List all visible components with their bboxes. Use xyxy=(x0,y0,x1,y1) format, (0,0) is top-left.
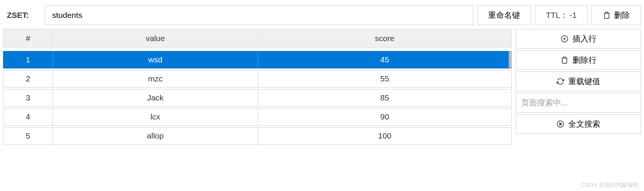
cell-score: 55 xyxy=(258,70,511,87)
cell-value: lcx xyxy=(53,108,258,125)
header-row: ZSET: 重命名键 TTL： -1 删除 xyxy=(3,3,641,27)
table-row[interactable]: 5allop100 xyxy=(3,127,512,145)
cell-score: 45 xyxy=(258,51,511,68)
delete-row-button[interactable]: 删除行 xyxy=(516,50,641,70)
table-row[interactable]: 4lcx90 xyxy=(3,108,512,126)
column-header-value[interactable]: value xyxy=(53,29,258,48)
trash-icon xyxy=(603,11,611,19)
page-search-input[interactable] xyxy=(516,93,641,113)
cell-value: wsd xyxy=(53,51,258,68)
fulltext-search-label: 全文搜索 xyxy=(568,119,600,129)
rename-label: 重命名键 xyxy=(488,10,520,21)
cell-score: 90 xyxy=(258,108,511,125)
trash-icon xyxy=(560,56,569,64)
delete-key-button[interactable]: 删除 xyxy=(592,5,641,25)
table-row[interactable]: 2mzc55 xyxy=(3,70,512,88)
cell-index: 1 xyxy=(3,51,53,68)
ttl-value: -1 xyxy=(569,11,577,20)
column-header-score[interactable]: score xyxy=(258,29,511,48)
table-row[interactable]: 3Jack85 xyxy=(3,89,512,107)
table-row[interactable]: 1wsd45 xyxy=(3,51,512,68)
ttl-button[interactable]: TTL： -1 xyxy=(535,5,588,25)
cell-value: allop xyxy=(53,127,258,144)
delete-row-label: 删除行 xyxy=(573,55,596,65)
cell-score: 85 xyxy=(258,89,511,106)
delete-label: 删除 xyxy=(614,10,630,21)
plus-circle-icon xyxy=(560,35,569,43)
fulltext-search-button[interactable]: 全文搜索 xyxy=(516,114,641,134)
key-name-input[interactable] xyxy=(45,5,473,25)
side-panel: 插入行 删除行 重载键值 xyxy=(516,29,641,134)
cell-score: 100 xyxy=(258,127,511,144)
scrollbar-thumb[interactable] xyxy=(509,51,512,68)
data-table: # value score 1wsd452mzc553Jack854lcx905… xyxy=(3,29,512,146)
cell-index: 5 xyxy=(3,127,53,144)
cell-value: mzc xyxy=(53,70,258,87)
column-header-index[interactable]: # xyxy=(3,29,53,48)
insert-row-button[interactable]: 插入行 xyxy=(516,29,641,49)
ttl-label: TTL： xyxy=(546,10,568,21)
play-circle-icon xyxy=(556,120,565,128)
cell-value: Jack xyxy=(53,89,258,106)
cell-index: 2 xyxy=(3,70,53,87)
cell-index: 3 xyxy=(3,89,53,106)
cell-index: 4 xyxy=(3,108,53,125)
insert-row-label: 插入行 xyxy=(573,33,596,44)
reload-label: 重载键值 xyxy=(568,76,600,87)
key-type-label: ZSET: xyxy=(3,11,41,20)
table-header: # value score xyxy=(3,29,512,48)
svg-marker-4 xyxy=(560,123,562,126)
reload-icon xyxy=(556,77,565,86)
scrollbar[interactable] xyxy=(508,51,512,146)
rename-key-button[interactable]: 重命名键 xyxy=(477,5,531,25)
table-body: 1wsd452mzc553Jack854lcx905allop100 xyxy=(3,51,512,146)
reload-button[interactable]: 重载键值 xyxy=(516,72,641,91)
